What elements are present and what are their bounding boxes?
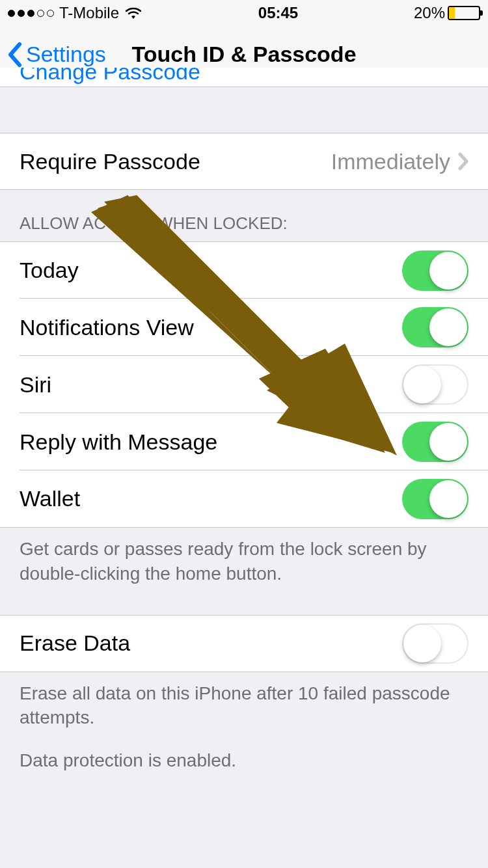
change-passcode-row[interactable]: Change Passcode [0, 68, 488, 87]
siri-row[interactable]: Siri [0, 356, 488, 413]
status-bar: T-Mobile 05:45 20% [0, 0, 488, 26]
erase-footer: Erase all data on this iPhone after 10 f… [0, 672, 488, 786]
notifications-view-row[interactable]: Notifications View [0, 299, 488, 356]
battery-icon [448, 6, 480, 20]
erase-footer-line2: Data protection is enabled. [20, 748, 468, 773]
wifi-icon [124, 6, 142, 20]
chevron-left-icon [7, 42, 22, 68]
status-right: 20% [414, 4, 480, 22]
back-button[interactable]: Settings [7, 42, 106, 68]
allow-access-header: ALLOW ACCESS WHEN LOCKED: [0, 190, 488, 241]
notifications-view-label: Notifications View [20, 315, 402, 340]
reply-with-message-switch[interactable] [402, 422, 468, 462]
wallet-switch[interactable] [402, 479, 468, 519]
siri-label: Siri [20, 372, 402, 398]
today-label: Today [20, 258, 402, 283]
wallet-footer: Get cards or passes ready from the lock … [0, 528, 488, 599]
erase-data-switch[interactable] [402, 623, 468, 664]
carrier-label: T-Mobile [59, 4, 119, 22]
erase-data-row[interactable]: Erase Data [0, 615, 488, 672]
siri-switch[interactable] [402, 364, 468, 405]
signal-strength-icon [8, 10, 54, 17]
chevron-right-icon [458, 152, 468, 170]
back-label: Settings [26, 42, 106, 67]
wallet-row[interactable]: Wallet [0, 470, 488, 528]
require-passcode-value: Immediately [331, 149, 450, 174]
erase-footer-line1: Erase all data on this iPhone after 10 f… [20, 681, 468, 731]
erase-data-label: Erase Data [20, 631, 402, 656]
notifications-view-switch[interactable] [402, 307, 468, 347]
page-title: Touch ID & Passcode [131, 42, 356, 67]
require-passcode-label: Require Passcode [20, 149, 331, 174]
battery-percent-label: 20% [414, 4, 445, 22]
change-passcode-label: Change Passcode [20, 68, 200, 75]
wallet-label: Wallet [20, 486, 402, 511]
today-switch[interactable] [402, 251, 468, 291]
require-passcode-row[interactable]: Require Passcode Immediately [0, 133, 488, 190]
reply-with-message-row[interactable]: Reply with Message [0, 413, 488, 470]
status-left: T-Mobile [8, 4, 142, 22]
today-row[interactable]: Today [0, 241, 488, 299]
status-time: 05:45 [258, 4, 298, 22]
reply-with-message-label: Reply with Message [20, 429, 402, 455]
